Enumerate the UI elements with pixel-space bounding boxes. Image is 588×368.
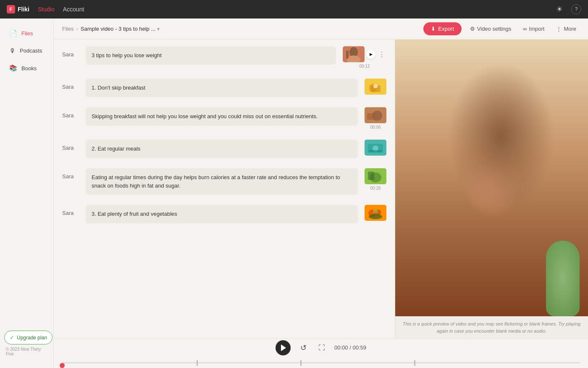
scene-action-1: ▶ ⋮ bbox=[343, 46, 386, 62]
scene-thumbnail-5[interactable] bbox=[365, 168, 386, 184]
speaker-sara-2: Sara bbox=[62, 79, 79, 90]
script-text-6[interactable]: 3. Eat plenty of fruit and vegetables bbox=[86, 205, 358, 223]
script-text-3[interactable]: Skipping breakfast will not help you los… bbox=[86, 107, 358, 126]
timeline[interactable] bbox=[54, 359, 588, 367]
svg-point-38 bbox=[452, 193, 465, 207]
theme-toggle-icon[interactable]: ☀ bbox=[556, 5, 563, 14]
scene-thumbnail-4[interactable] bbox=[365, 140, 386, 156]
svg-rect-22 bbox=[373, 210, 378, 213]
scene-thumbnail-2[interactable] bbox=[365, 79, 386, 95]
script-line-4: 2. Eat regular meals bbox=[92, 146, 140, 152]
brand-name: Fliki bbox=[18, 6, 29, 13]
breadcrumb: Files › Sample video - 3 tips to help ..… bbox=[62, 26, 420, 32]
scene-time-1: 00:12 bbox=[359, 64, 370, 69]
scene-thumbnail-6[interactable] bbox=[365, 205, 386, 221]
more-button[interactable]: ⋮ More bbox=[553, 24, 580, 34]
script-row-5: Sara Eating at regular times during the … bbox=[62, 168, 386, 195]
svg-point-32 bbox=[473, 125, 482, 132]
script-row-4: Sara 2. Eat regular meals bbox=[62, 140, 386, 158]
nav-studio[interactable]: Studio bbox=[38, 6, 55, 13]
speaker-sara-1: Sara bbox=[62, 46, 79, 58]
nav-account[interactable]: Account bbox=[63, 6, 84, 13]
script-panel: Sara 3 tips to help you lose weight bbox=[54, 40, 395, 339]
video-settings-button[interactable]: ⚙ Video settings bbox=[467, 24, 514, 34]
scene-controls-2 bbox=[365, 79, 386, 95]
sidebar-item-books-label: Books bbox=[21, 65, 37, 71]
speaker-sara-4: Sara bbox=[62, 140, 79, 151]
script-row-2: Sara 1. Don't skip breakfast bbox=[62, 79, 386, 97]
main-layout: 📄 Files 🎙 Podcasts 📚 Books ✓ Upgrade pla… bbox=[0, 19, 588, 368]
svg-text:E: E bbox=[489, 182, 492, 186]
replay-button[interactable]: ↺ bbox=[297, 342, 309, 354]
script-row-1: Sara 3 tips to help you lose weight bbox=[62, 46, 386, 69]
svg-rect-3 bbox=[346, 50, 349, 59]
script-line-6: 3. Eat plenty of fruit and vegetables bbox=[92, 211, 177, 217]
timeline-track bbox=[62, 362, 580, 363]
svg-rect-17 bbox=[368, 172, 374, 180]
export-button[interactable]: ⬇ Export bbox=[423, 22, 462, 35]
scene-controls-1: ▶ ⋮ 00:12 bbox=[343, 46, 386, 69]
breadcrumb-separator: › bbox=[76, 26, 78, 32]
sidebar-item-books[interactable]: 📚 Books bbox=[3, 60, 51, 76]
sidebar: 📄 Files 🎙 Podcasts 📚 Books ✓ Upgrade pla… bbox=[0, 19, 54, 368]
scene-thumbnail-3[interactable] bbox=[365, 107, 386, 123]
svg-point-47 bbox=[531, 144, 536, 149]
script-text-1[interactable]: 3 tips to help you lose weight bbox=[86, 46, 336, 65]
svg-rect-24 bbox=[395, 40, 588, 316]
two-panel: Sara 3 tips to help you lose weight bbox=[54, 40, 588, 339]
sidebar-item-podcasts-label: Podcasts bbox=[20, 48, 42, 54]
video-caption: This is a quick preview of video and you… bbox=[395, 316, 588, 339]
fullscreen-button[interactable]: ⛶ bbox=[316, 342, 328, 354]
toolbar-actions: ⬇ Export ⚙ Video settings ∞ Import ⋮ Mor… bbox=[423, 22, 580, 35]
time-display: 00:00 / 00:59 bbox=[334, 344, 366, 351]
upgrade-button[interactable]: ✓ Upgrade plan bbox=[4, 331, 52, 344]
svg-rect-31 bbox=[525, 73, 538, 161]
bottom-controls: ↺ ⛶ 00:00 / 00:59 bbox=[54, 339, 588, 368]
script-text-2[interactable]: 1. Don't skip breakfast bbox=[86, 79, 358, 97]
svg-point-33 bbox=[501, 125, 510, 132]
script-row-6: Sara 3. Eat plenty of fruit and vegetabl… bbox=[62, 205, 386, 223]
svg-rect-23 bbox=[395, 40, 588, 316]
svg-rect-45 bbox=[537, 211, 573, 281]
top-navigation: F Fliki Studio Account ☀ ? bbox=[0, 0, 588, 19]
app-logo[interactable]: F Fliki bbox=[7, 5, 29, 13]
svg-rect-26 bbox=[395, 40, 475, 316]
check-icon: ✓ bbox=[10, 334, 14, 341]
svg-rect-44 bbox=[533, 200, 577, 211]
play-scene-button-1[interactable]: ▶ bbox=[366, 50, 375, 59]
import-icon: ∞ bbox=[523, 26, 527, 32]
import-button[interactable]: ∞ Import bbox=[520, 24, 548, 34]
scene-time-3: 00:06 bbox=[370, 125, 381, 130]
script-line-3: Skipping breakfast will not help you los… bbox=[92, 113, 318, 119]
svg-point-46 bbox=[448, 145, 453, 150]
play-icon bbox=[281, 344, 286, 351]
sidebar-footer: ✓ Upgrade plan © 2023 Nine Thirty Five bbox=[0, 326, 53, 361]
more-scene-button-1[interactable]: ⋮ bbox=[377, 50, 386, 59]
toolbar: Files › Sample video - 3 tips to help ..… bbox=[54, 19, 588, 40]
svg-point-21 bbox=[369, 214, 382, 219]
breadcrumb-chevron-icon[interactable]: ▾ bbox=[157, 26, 160, 32]
scene-time-5: 00:26 bbox=[370, 186, 381, 191]
export-icon: ⬇ bbox=[431, 26, 436, 32]
svg-rect-14 bbox=[369, 150, 382, 152]
scene-thumbnail-1[interactable] bbox=[343, 46, 365, 62]
play-button[interactable] bbox=[276, 340, 291, 355]
breadcrumb-files[interactable]: Files bbox=[62, 26, 74, 32]
svg-point-29 bbox=[442, 45, 541, 134]
logo-icon: F bbox=[7, 5, 15, 13]
sidebar-item-podcasts[interactable]: 🎙 Podcasts bbox=[3, 43, 51, 58]
books-icon: 📚 bbox=[9, 64, 17, 72]
svg-rect-43 bbox=[536, 206, 575, 283]
sidebar-item-files[interactable]: 📄 Files bbox=[3, 25, 51, 41]
svg-rect-10 bbox=[367, 113, 375, 120]
timeline-handle[interactable] bbox=[60, 363, 65, 368]
svg-point-39 bbox=[470, 212, 479, 221]
script-text-4[interactable]: 2. Eat regular meals bbox=[86, 140, 358, 158]
svg-rect-25 bbox=[519, 40, 588, 316]
scene-controls-3: 00:06 bbox=[365, 107, 386, 130]
svg-point-41 bbox=[489, 181, 494, 186]
svg-point-27 bbox=[442, 40, 541, 139]
video-panel: E This is a quick preview of video and y… bbox=[395, 40, 588, 339]
script-text-5[interactable]: Eating at regular times during the day h… bbox=[86, 168, 358, 195]
help-icon[interactable]: ? bbox=[571, 4, 581, 14]
